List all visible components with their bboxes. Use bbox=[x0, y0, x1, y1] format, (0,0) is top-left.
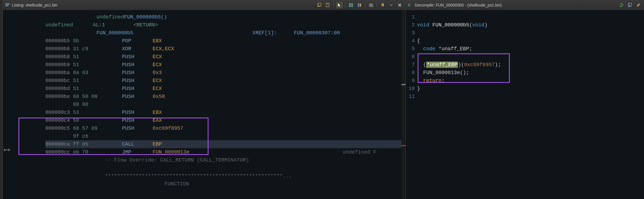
svg-rect-2 bbox=[5, 6, 8, 6]
toolbar-separator bbox=[333, 2, 334, 8]
decomp-line[interactable]: 2void FUN_000000b5(void) bbox=[406, 21, 644, 29]
disasm-row[interactable]: 000000c3 53 PUSH EBX bbox=[45, 108, 405, 116]
copy-icon[interactable] bbox=[316, 2, 323, 9]
decomp-line[interactable]: 3 bbox=[406, 29, 644, 37]
disasm-row[interactable]: 000000b8 51 PUSH ECX bbox=[45, 53, 405, 61]
listing-panel: Listing: shellcode_ps1.bin unde bbox=[3, 0, 406, 199]
disasm-row[interactable]: 000000ca ff d5 CALL EBP bbox=[45, 140, 405, 148]
decompile-toolbar bbox=[618, 2, 642, 9]
left-gutter bbox=[0, 0, 3, 199]
disasm-row[interactable]: 000000c5 68 57 89 PUSH 0xc69f8957 bbox=[45, 124, 405, 132]
decomp-line[interactable]: 5 code *unaff_EBP; bbox=[406, 45, 644, 53]
toolbar-separator bbox=[345, 2, 345, 8]
stars-row: ****************************************… bbox=[45, 172, 405, 180]
decompile-title: Decompile: FUN_000000b5 - (shellcode_ps1… bbox=[415, 3, 618, 7]
decompile-panel: C: Decompile: FUN_000000b5 - (shellcode_… bbox=[406, 0, 644, 199]
svg-rect-11 bbox=[358, 3, 359, 7]
refresh-icon[interactable] bbox=[618, 2, 625, 9]
svg-rect-6 bbox=[327, 3, 329, 4]
decompile-titlebar: C: Decompile: FUN_000000b5 - (shellcode_… bbox=[406, 0, 644, 10]
disasm-row[interactable]: 000000c4 50 PUSH EAX bbox=[45, 116, 405, 124]
bookmark-icon[interactable] bbox=[379, 2, 386, 9]
toolbar-separator bbox=[365, 2, 365, 8]
decomp-line[interactable]: 10} bbox=[406, 85, 644, 93]
svg-text::: : bbox=[410, 5, 411, 7]
blocks-icon[interactable] bbox=[348, 2, 354, 9]
decompile-icon: C: bbox=[408, 3, 413, 7]
listing-header-row: FUN_000000b5XREF[1]: FUN_00000307:00 bbox=[45, 29, 405, 37]
cursor-icon[interactable] bbox=[336, 2, 343, 9]
svg-rect-18 bbox=[629, 3, 632, 6]
listing-icon bbox=[5, 3, 10, 7]
diff-icon[interactable] bbox=[356, 2, 363, 9]
minimap-marker bbox=[401, 145, 405, 146]
svg-rect-4 bbox=[319, 3, 321, 6]
blank-row bbox=[45, 164, 405, 172]
flow-comment: -- Flow Override: CALL_RETURN (CALL_TERM… bbox=[45, 156, 405, 164]
disasm-row[interactable]: 000000bc 51 PUSH ECX bbox=[45, 77, 405, 85]
listing-toolbar bbox=[316, 2, 403, 9]
minimap-marker bbox=[401, 84, 405, 85]
listing-title: Listing: shellcode_ps1.bin bbox=[12, 3, 316, 7]
paste-icon[interactable] bbox=[324, 2, 331, 9]
disasm-row[interactable]: 000000be 68 50 00 PUSH 0x50 bbox=[45, 93, 405, 100]
decomp-line[interactable]: 1 bbox=[406, 13, 644, 21]
svg-rect-8 bbox=[351, 3, 353, 5]
close-icon[interactable] bbox=[396, 2, 403, 9]
listing-minimap[interactable] bbox=[401, 10, 405, 199]
svg-point-14 bbox=[371, 5, 372, 6]
resize-cursor-icon bbox=[3, 148, 9, 153]
snapshot-icon[interactable] bbox=[368, 2, 374, 9]
svg-rect-7 bbox=[349, 3, 351, 5]
disasm-row[interactable]: 000000b5 5b POP EBX bbox=[45, 37, 405, 45]
disasm-row[interactable]: 000000cc eb 70 JMP FUN_0000013eundefined… bbox=[45, 148, 405, 156]
disasm-row[interactable]: 000000bd 51 PUSH ECX bbox=[45, 85, 405, 93]
listing-header-row: undefined FUN_000000b5() bbox=[45, 13, 405, 21]
decomp-line[interactable]: 11 bbox=[406, 93, 644, 100]
toolbar-separator bbox=[377, 2, 377, 8]
func-footer: FUNCTION bbox=[45, 180, 405, 188]
disasm-row[interactable]: 000000ba 6a 03 PUSH 0x3 bbox=[45, 69, 405, 77]
listing-titlebar: Listing: shellcode_ps1.bin bbox=[3, 0, 405, 10]
listing-header-row: undefined AL:1<RETURN> bbox=[45, 21, 405, 29]
decomp-line[interactable]: 6 bbox=[406, 53, 644, 61]
copy-icon[interactable] bbox=[626, 2, 633, 9]
disasm-row[interactable]: 000000b6 31 c9 XOR ECX,ECX bbox=[45, 45, 405, 53]
disasm-row[interactable]: 9f c6 bbox=[45, 132, 405, 140]
svg-rect-1 bbox=[5, 5, 9, 5]
edit-icon[interactable] bbox=[635, 2, 642, 9]
disasm-row[interactable]: 00 00 bbox=[45, 100, 405, 108]
svg-rect-9 bbox=[349, 5, 351, 7]
chevron-down-icon[interactable] bbox=[388, 2, 395, 9]
decompile-code[interactable]: 12void FUN_000000b5(void)34{5 code *unaf… bbox=[406, 10, 644, 199]
decomp-line[interactable]: 8 FUN_0000013e(); bbox=[406, 69, 644, 77]
decomp-line[interactable]: 9 return; bbox=[406, 77, 644, 85]
svg-rect-0 bbox=[5, 3, 9, 4]
disasm-row[interactable]: 000000b9 51 PUSH ECX bbox=[45, 61, 405, 69]
decomp-line[interactable]: 4{ bbox=[406, 37, 644, 45]
svg-rect-12 bbox=[360, 3, 361, 7]
decomp-line[interactable]: 7 (*unaff_EBP)(0xc69f8957); bbox=[406, 61, 644, 69]
listing-code[interactable]: undefined FUN_000000b5() undefined AL:1<… bbox=[3, 10, 405, 199]
svg-rect-10 bbox=[351, 5, 353, 7]
